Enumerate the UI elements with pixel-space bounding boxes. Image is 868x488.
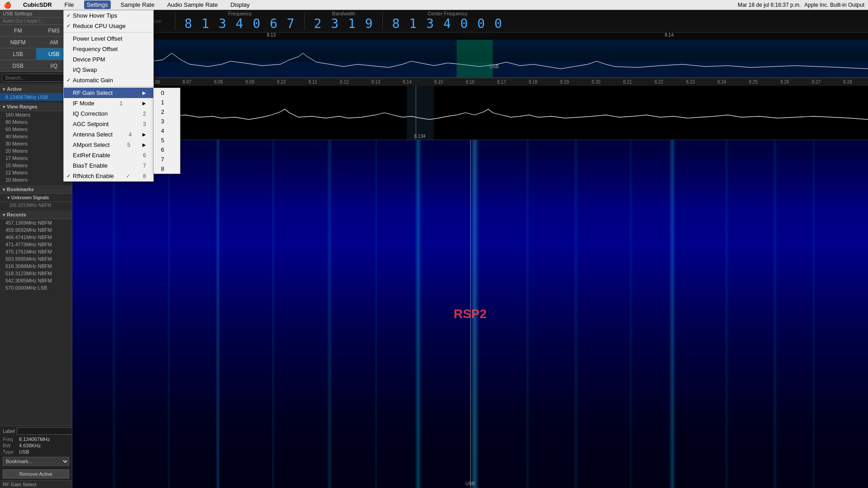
recent-1[interactable]: 459.9592MHz NBFM [0, 226, 72, 234]
fscale-11: 8.15 [434, 80, 443, 84]
fscale-10: 8.14 [403, 80, 411, 84]
range-30m[interactable]: 30 Meters [0, 140, 72, 147]
recent-3[interactable]: 471.4773MHz NBFM [0, 241, 72, 248]
freq-labels-top: 8.13 8.14 [72, 33, 868, 40]
menu-rf-gain-select[interactable]: RF Gain Select ▶ 0 1 2 3 4 5 6 7 8 [64, 88, 153, 98]
menu-reduce-cpu[interactable]: Reduce CPU Usage [64, 21, 153, 31]
view-ranges-section: View Ranges 160 Meters 80 Meters 60 Mete… [0, 102, 72, 184]
extref-shortcut: 6 [143, 152, 146, 159]
rf-gain-7[interactable]: 7 [154, 155, 180, 164]
overview-waveform [72, 40, 868, 77]
range-60m[interactable]: 60 Meters [0, 126, 72, 133]
range-15m[interactable]: 15 Meters [0, 162, 72, 169]
label-input[interactable] [17, 427, 72, 435]
menu-antenna-select[interactable]: Antenna Select 4 ▶ [64, 129, 153, 140]
status-bar: RF Gain Select [0, 480, 72, 488]
menu-show-hover-tips[interactable]: Show Hover Tips [64, 10, 153, 21]
view-ranges-header[interactable]: View Ranges [0, 103, 72, 111]
fscale-20: 8.24 [717, 80, 726, 84]
settings-dropdown[interactable]: Show Hover Tips Reduce CPU Usage Power L… [63, 10, 154, 182]
settings-menu[interactable]: Settings [84, 0, 111, 9]
active-section: Active 8.134067MHz USB [0, 84, 72, 102]
search-box [0, 72, 72, 84]
recent-5[interactable]: 503.9995MHz NBFM [0, 255, 72, 263]
menu-if-mode[interactable]: IF Mode 1 ▶ [64, 98, 153, 108]
rf-gain-2[interactable]: 2 [154, 107, 180, 117]
range-12m[interactable]: 12 Meters [0, 169, 72, 176]
file-menu[interactable]: File [62, 0, 77, 9]
rf-gain-8[interactable]: 8 [154, 164, 180, 174]
app-name[interactable]: CubicSDR [20, 0, 55, 9]
unknown-signals-header[interactable]: Unknown Signals [0, 194, 72, 202]
range-20m[interactable]: 20 Meters [0, 147, 72, 155]
remove-active-button[interactable]: Remove Active [3, 469, 69, 479]
rf-gain-submenu[interactable]: 0 1 2 3 4 5 6 7 8 [153, 88, 180, 174]
bookmarks-header[interactable]: Bookmarks [0, 185, 72, 194]
amport-select-shortcut: 5 [127, 142, 130, 148]
audio-out-bar: Audio Out | Apple I... [0, 18, 72, 25]
fscale-22: 8.26 [780, 80, 789, 84]
freq-scale-labels-top: 8.04 8.05 8.06 8.07 8.08 8.09 8.10 8.11 … [72, 80, 868, 84]
range-160m[interactable]: 160 Meters [0, 111, 72, 118]
menu-automatic-gain[interactable]: Automatic Gain [64, 75, 153, 85]
mode-buttons: FM FMS NBFM AM LSB USB DSB I/Q [0, 25, 72, 72]
bw-info-row: BW 4.638KHz [0, 442, 72, 449]
rf-gain-0[interactable]: 0 [154, 88, 180, 98]
antenna-select-arrow: ▶ [142, 132, 146, 137]
main-waterfall[interactable]: RSP2 USB [72, 140, 868, 488]
amport-select-arrow: ▶ [142, 142, 146, 147]
rf-gain-6[interactable]: 6 [154, 145, 180, 155]
mode-dsb[interactable]: DSB [0, 60, 36, 72]
mode-nbfm[interactable]: NBFM [0, 37, 36, 48]
rfnotch-shortcut: 8 [143, 173, 146, 179]
recent-7[interactable]: 518.3123MHz NBFM [0, 270, 72, 277]
menu-iq-swap[interactable]: I/Q Swap [64, 65, 153, 75]
cursor-freq-label: 8.134 [414, 134, 425, 139]
search-input[interactable] [2, 74, 70, 82]
overview-freq-label-1: 8.14 [665, 33, 673, 40]
fscale-19: 8.23 [686, 80, 694, 84]
menu-frequency-offset[interactable]: Frequency Offset [64, 44, 153, 54]
frequency-section: Frequency 8 1 3 4 0 6 7 [184, 11, 295, 31]
bw-value: 4.638KHz [19, 443, 41, 448]
range-10m[interactable]: 10 Meters [0, 176, 72, 183]
menu-extref-enable[interactable]: ExtRef Enable 6 [64, 150, 153, 160]
main-spectrum-wave[interactable]: -94.2dB 8.134 [72, 86, 868, 140]
menu-biast-enable[interactable]: BiasT Enable 7 [64, 160, 153, 171]
rf-gain-4[interactable]: 4 [154, 126, 180, 136]
menu-iq-correction[interactable]: IQ Correction 2 [64, 108, 153, 119]
rfnotch-check-mark: ✓ [126, 173, 130, 179]
rf-gain-1[interactable]: 1 [154, 98, 180, 107]
recent-6[interactable]: 518.3088MHz NBFM [0, 263, 72, 270]
fscale-4: 8.08 [214, 80, 222, 84]
menu-device-ppm[interactable]: Device PPM [64, 54, 153, 65]
mode-fm[interactable]: FM [0, 25, 36, 37]
range-17m[interactable]: 17 Meters [0, 155, 72, 162]
menu-rfnotch-enable[interactable]: RfNotch Enable ✓ 8 [64, 171, 153, 181]
recent-2[interactable]: 466.4741MHz NBFM [0, 234, 72, 241]
active-section-header[interactable]: Active [0, 85, 72, 94]
bookmark-select[interactable]: Bookmark... [3, 457, 69, 466]
menubar-datetime: Mar 18 de jul 6:16:37 p.m. [738, 2, 801, 8]
waterfall-usb-marker: USB [466, 481, 475, 486]
menu-agc-setpoint[interactable]: AGC Setpoint 3 [64, 119, 153, 129]
range-80m[interactable]: 80 Meters [0, 118, 72, 126]
rf-gain-3[interactable]: 3 [154, 117, 180, 126]
mode-lsb[interactable]: LSB [0, 48, 36, 60]
sample-rate-menu[interactable]: Sample Rate [118, 0, 157, 9]
apple-menu-icon[interactable]: 🍎 [4, 1, 11, 9]
rf-gain-5[interactable]: 5 [154, 136, 180, 145]
active-freq-item[interactable]: 8.134067MHz USB [0, 94, 72, 101]
recent-9[interactable]: 570.0000MHz LSB [0, 284, 72, 291]
menu-power-level-offset[interactable]: Power Level Offset [64, 33, 153, 44]
recents-header[interactable]: Recents [0, 211, 72, 219]
audio-sample-rate-menu[interactable]: Audio Sample Rate [165, 0, 221, 9]
display-menu[interactable]: Display [228, 0, 253, 9]
recent-8[interactable]: 542.3085MHz NBFM [0, 277, 72, 284]
overview-spectrum[interactable]: 8.13 8.14 [72, 33, 868, 78]
recent-0[interactable]: 457.1369MHz NBFM [0, 219, 72, 226]
range-40m[interactable]: 40 Meters [0, 133, 72, 140]
recent-4[interactable]: 475.1761MHz NBFM [0, 248, 72, 255]
unknown-signal-item[interactable]: 165.3233MHz NBFM [0, 202, 72, 209]
menu-amport-select[interactable]: AMport Select 5 ▶ [64, 140, 153, 150]
